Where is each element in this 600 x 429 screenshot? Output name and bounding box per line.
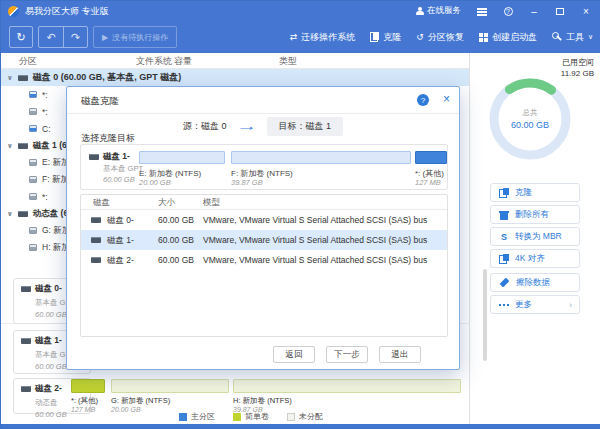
align-icon [499, 254, 509, 264]
person-icon [415, 7, 424, 16]
recovery-icon: ↺ [416, 32, 424, 42]
trash-icon [499, 210, 509, 220]
dialog-close-icon[interactable]: × [443, 92, 450, 106]
top-bar: 易我分区大师 专业版 在线服务 ? – × ↻ ↶ ↷ ▶ 没有待执行操 [1, 1, 600, 53]
info-icon: ? [504, 7, 513, 16]
sidebar-convert-mbr-button[interactable]: S转换为 MBR [490, 227, 580, 246]
table-row-disk1-selected[interactable]: 磁盘 1- 60.00 GB VMware, VMware Virtual S … [81, 230, 447, 250]
chevron-down-icon: ∨ [588, 33, 593, 41]
disk-icon [89, 154, 99, 160]
partition-label: G: 新加卷 (NTFS) [111, 396, 170, 406]
info-button[interactable]: ? [497, 2, 519, 20]
total-label: 总共 [523, 108, 538, 118]
app-logo-icon [8, 6, 19, 17]
disk2-partition-other[interactable] [71, 379, 105, 393]
refresh-button[interactable]: ↻ [9, 26, 33, 48]
right-sidebar: 已用空间 11.92 GB 总共 60.00 GB 克隆 删除所有 S转换为 M… [469, 53, 600, 426]
online-service-button[interactable]: 在线服务 [415, 5, 461, 17]
partition-icon [29, 193, 37, 200]
source-label: 源：磁盘 0 [183, 120, 227, 133]
help-icon[interactable]: ? [417, 94, 429, 106]
menu-icon [477, 7, 487, 15]
disk-icon [91, 257, 101, 263]
disk-icon [18, 211, 28, 217]
create-boot-disk-button[interactable]: 创建启动盘 [479, 31, 537, 44]
play-icon: ▶ [102, 33, 108, 42]
partition-icon [29, 227, 37, 234]
partition-size: 127 MB [71, 406, 95, 413]
chevron-down-icon: ∨ [7, 210, 13, 218]
partition-size: 39.87 GB [231, 178, 263, 187]
sidebar-wipe-data-button[interactable]: 擦除数据 [490, 273, 580, 292]
maximize-icon [556, 8, 564, 15]
close-button[interactable]: × [575, 2, 597, 20]
disk-icon [18, 75, 28, 81]
sidebar-4k-align-button[interactable]: 4K 对齐 [490, 249, 580, 268]
arrow-right-icon: → [236, 119, 258, 133]
dialog-title: 磁盘克隆 [81, 95, 119, 108]
simple-volume-swatch [233, 413, 241, 421]
redo-button[interactable]: ↷ [63, 27, 87, 47]
partition-label: *: (其他) [71, 396, 98, 406]
migrate-os-button[interactable]: ⇄ 迁移操作系统 [290, 31, 356, 44]
disk-icon [21, 338, 31, 344]
partition-bar-other[interactable] [415, 151, 447, 164]
target-badge: 目标：磁盘 1 [267, 117, 344, 136]
disk-icon [18, 143, 28, 149]
partition-recovery-button[interactable]: ↺ 分区恢复 [416, 31, 464, 44]
menu-button[interactable] [471, 2, 493, 20]
partition-legend: 主分区 简单卷 未分配 [121, 411, 381, 422]
disk2-partition-g[interactable] [111, 379, 229, 393]
undo-button[interactable]: ↶ [39, 27, 63, 47]
disk2-partition-h[interactable] [233, 379, 461, 393]
col-capacity: 容量 [174, 55, 192, 68]
table-row-disk2[interactable]: 磁盘 2- 60.00 GB VMware, VMware Virtual S … [81, 250, 447, 270]
tree-row-disk0-selected[interactable]: ∨ 磁盘 0 (60.00 GB, 基本盘, GPT 磁盘) [1, 69, 469, 86]
partition-icon [29, 176, 37, 183]
partition-bar-e[interactable] [139, 151, 225, 164]
disk-icon [91, 217, 101, 223]
col-type: 类型 [279, 55, 297, 68]
sidebar-scrollbar[interactable] [483, 269, 487, 361]
target-disk-strip: 磁盘 1- 基本盘 GPT 60.00 GB E: 新加卷 (NTFS) 20.… [80, 144, 448, 190]
wrench-icon [552, 32, 562, 42]
table-header: 分区 文件系统 容量 类型 [1, 53, 469, 69]
app-window: 易我分区大师 专业版 在线服务 ? – × ↻ ↶ ↷ ▶ 没有待执行操 [0, 0, 600, 429]
copy-icon [499, 188, 509, 198]
exit-button[interactable]: 退出 [379, 346, 421, 363]
sidebar-more-button[interactable]: 更多› [490, 295, 580, 314]
boot-disk-icon [479, 33, 488, 42]
app-title: 易我分区大师 专业版 [25, 5, 109, 18]
clone-button[interactable]: 克隆 [370, 31, 401, 44]
redo-icon: ↷ [71, 31, 80, 44]
title-bar: 易我分区大师 专业版 在线服务 ? – × [1, 1, 600, 21]
dialog-header: 磁盘克隆 ? × [67, 87, 459, 114]
sidebar-clone-button[interactable]: 克隆 [490, 183, 580, 202]
col-filesystem: 文件系统 [136, 55, 172, 68]
ellipsis-icon [499, 300, 509, 310]
col-partition: 分区 [19, 55, 37, 68]
partition-icon [29, 91, 37, 98]
migrate-icon: ⇄ [290, 32, 298, 42]
disk-icon [21, 386, 31, 392]
back-button[interactable]: 返回 [273, 346, 315, 363]
undo-icon: ↶ [46, 31, 55, 44]
tools-dropdown[interactable]: 工具 ∨ [552, 31, 593, 44]
clone-icon [370, 32, 379, 42]
disk-icon [21, 286, 31, 292]
usage-donut-chart: 总共 60.00 GB [485, 74, 575, 164]
partition-bar-f[interactable] [231, 151, 411, 164]
minimize-button[interactable]: – [523, 2, 545, 20]
maximize-button[interactable] [549, 2, 571, 20]
sidebar-delete-all-button[interactable]: 删除所有 [490, 205, 580, 224]
partition-size: 127 MB [415, 178, 441, 187]
partition-icon [29, 159, 37, 166]
next-button[interactable]: 下一步 [326, 346, 368, 363]
primary-partition-swatch [179, 413, 187, 421]
refresh-icon: ↻ [16, 31, 25, 44]
pending-operations-button[interactable]: ▶ 没有待执行操作 [93, 26, 177, 48]
table-row-disk0[interactable]: 磁盘 0- 60.00 GB VMware, VMware Virtual S … [81, 210, 447, 230]
partition-label: H: 新加卷 (NTFS) [233, 396, 292, 406]
convert-icon: S [499, 232, 509, 242]
partition-icon [29, 108, 37, 115]
